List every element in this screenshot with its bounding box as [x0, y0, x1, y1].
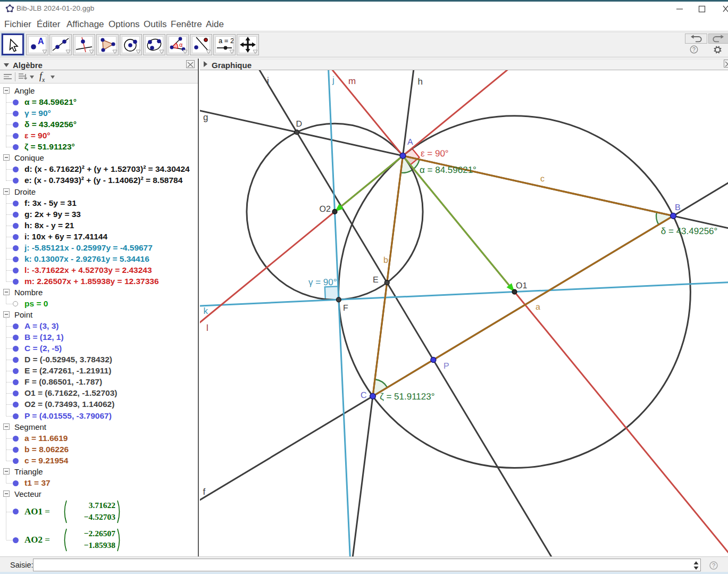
svg-text:f: f	[203, 487, 206, 497]
svg-text:?: ?	[692, 46, 696, 53]
svg-text:A: A	[407, 138, 413, 147]
svg-text:k: k	[204, 306, 208, 316]
svg-text:F: F	[343, 304, 348, 313]
svg-text:ε = 90°: ε = 90°	[421, 148, 449, 159]
svg-text:a = 2: a = 2	[219, 37, 233, 45]
svg-text:B: B	[675, 203, 681, 212]
svg-text:ζ = 51.91123°: ζ = 51.91123°	[380, 392, 434, 402]
svg-text:C: C	[361, 391, 367, 400]
svg-text:?: ?	[712, 562, 715, 569]
svg-text:γ = 90°: γ = 90°	[308, 277, 337, 287]
svg-text:D: D	[296, 120, 303, 129]
svg-text:O1: O1	[516, 281, 527, 290]
svg-text:A: A	[38, 37, 44, 46]
svg-text:c: c	[540, 174, 545, 184]
svg-text:P: P	[444, 362, 449, 371]
svg-text:O2: O2	[320, 205, 331, 214]
svg-text:j: j	[332, 75, 334, 85]
svg-text:a: a	[535, 303, 540, 312]
svg-text:m: m	[348, 76, 356, 86]
svg-text:δ = 43.49256°: δ = 43.49256°	[661, 226, 718, 236]
svg-text:l: l	[206, 323, 208, 333]
svg-text:b: b	[383, 256, 388, 265]
svg-text:i: i	[267, 76, 269, 86]
svg-text:α = 84.59621°: α = 84.59621°	[420, 165, 476, 175]
svg-text:E: E	[373, 276, 379, 285]
svg-text:h: h	[418, 77, 423, 87]
svg-text:g: g	[203, 112, 208, 122]
svg-text:α: α	[179, 41, 183, 48]
